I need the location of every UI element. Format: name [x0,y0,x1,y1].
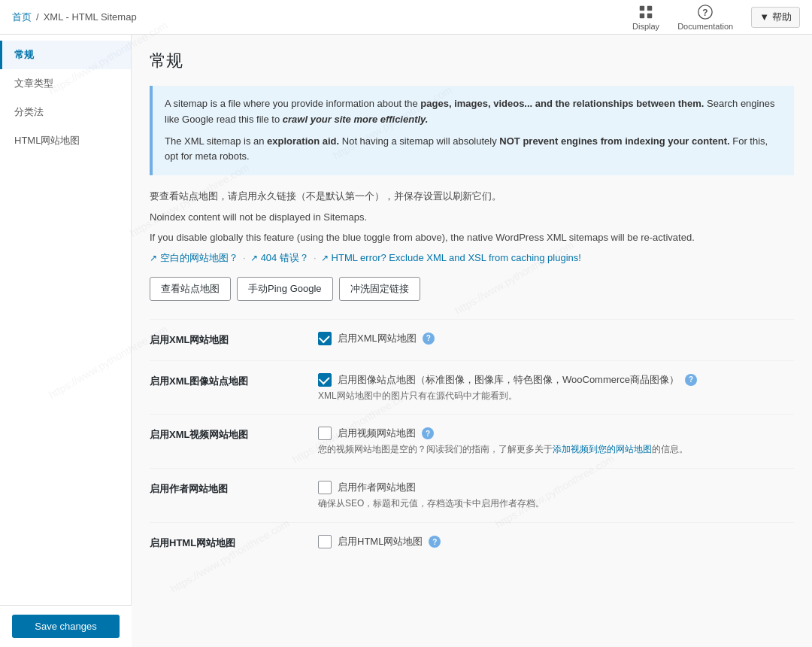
sidebar-item-taxonomy[interactable]: 分类法 [0,98,131,126]
check-row-enable-xml: 启用XML网站地图 ? [318,332,794,345]
check-row-enable-html: 启用HTML网站地图 ? [318,535,794,548]
link-404-icon: ↗ [250,253,258,263]
flush-links-button[interactable]: 冲洗固定链接 [339,277,420,301]
main-content: 常规 A sitemap is a file where you provide… [132,35,812,647]
sidebar-item-html-sitemap[interactable]: HTML网站地图 [0,126,131,155]
setting-row-enable-html: 启用HTML网站地图 启用HTML网站地图 ? [150,522,794,563]
checkbox-enable-html[interactable] [318,535,332,548]
setting-control-enable-video: 启用视频网站地图 ? 您的视频网站地图是空的？阅读我们的指南，了解更多关于添加视… [318,427,794,456]
breadcrumb-sep: / [36,11,39,23]
top-bar: 首页 / XML - HTML Sitemap Display ? Docume… [0,0,812,35]
sub-text-enable-video: 您的视频网站地图是空的？阅读我们的指南，了解更多关于添加视频到您的网站地图的信息… [318,443,794,456]
display-icon [638,4,654,20]
help-icon-enable-image[interactable]: ? [685,374,697,386]
help-icon-enable-html[interactable]: ? [429,536,441,548]
help-icon-enable-xml[interactable]: ? [423,333,435,345]
help-icon: ▼ [759,11,769,23]
help-button[interactable]: ▼ 帮助 [751,7,800,28]
sub-text-enable-author: 确保从SEO，标题和元值，存档选项卡中启用作者存档。 [318,497,794,510]
check-row-enable-video: 启用视频网站地图 ? [318,427,794,440]
display-button[interactable]: Display [632,4,659,31]
breadcrumb: 首页 / XML - HTML Sitemap [12,11,137,24]
sub-text-enable-image: XML网站地图中的图片只有在源代码中才能看到。 [318,390,794,402]
desc-permalinks: 要查看站点地图，请启用永久链接（不是默认第一个），并保存设置以刷新它们。 [150,189,794,204]
save-changes-button[interactable]: Save changes [12,615,120,638]
layout: 常规 文章类型 分类法 HTML网站地图 Save changes 常规 A s… [0,35,812,647]
setting-row-enable-xml: 启用XML网站地图 启用XML网站地图 ? [150,319,794,360]
links-row: ↗ 空白的网站地图？ · ↗ 404 错误？ · ↗ HTML error? E… [150,251,794,265]
checkbox-enable-video[interactable] [318,427,332,440]
sidebar: 常规 文章类型 分类法 HTML网站地图 Save changes [0,35,132,647]
link-404[interactable]: 404 错误？ [261,251,309,265]
link-html-error[interactable]: HTML error? Exclude XML and XSL from cac… [332,252,581,263]
link-add-video[interactable]: 添加视频到您的网站地图 [553,444,652,454]
svg-rect-0 [640,5,644,10]
documentation-icon: ? [697,4,714,20]
save-bar: Save changes [0,605,132,647]
page-title: 常规 [150,50,794,72]
svg-text:?: ? [702,7,707,17]
setting-row-enable-author: 启用作者网站地图 启用作者网站地图 确保从SEO，标题和元值，存档选项卡中启用作… [150,468,794,522]
info-para1: A sitemap is a file where you provide in… [165,96,782,128]
svg-rect-1 [647,5,652,10]
link-blank-icon: ↗ [150,253,157,263]
documentation-button[interactable]: ? Documentation [677,4,733,31]
documentation-label: Documentation [677,22,733,31]
help-label: 帮助 [772,11,792,24]
link-html-error-icon: ↗ [321,253,329,263]
sidebar-item-general[interactable]: 常规 [0,41,131,69]
ping-google-button[interactable]: 手动Ping Google [237,277,333,301]
setting-label-enable-xml: 启用XML网站地图 [150,332,300,347]
checkbox-enable-image[interactable] [318,373,332,387]
desc-disable: If you disable globally this feature (us… [150,230,794,245]
settings-section: 启用XML网站地图 启用XML网站地图 ? 启用XML图像站点地图 启用图像站点… [150,319,794,563]
svg-rect-2 [640,13,644,17]
setting-control-enable-html: 启用HTML网站地图 ? [318,535,794,551]
help-icon-enable-video[interactable]: ? [422,427,434,439]
sidebar-item-post-types[interactable]: 文章类型 [0,69,131,98]
link-blank-sitemap[interactable]: 空白的网站地图？ [160,251,238,265]
setting-control-enable-image: 启用图像站点地图（标准图像，图像库，特色图像，WooCommerce商品图像） … [318,373,794,402]
check-label-enable-image: 启用图像站点地图（标准图像，图像库，特色图像，WooCommerce商品图像） [338,373,679,387]
top-right-actions: Display ? Documentation ▼ 帮助 [632,4,800,31]
view-sitemap-button[interactable]: 查看站点地图 [150,277,231,301]
checkbox-enable-author[interactable] [318,481,332,494]
info-box: A sitemap is a file where you provide in… [150,86,794,175]
setting-control-enable-xml: 启用XML网站地图 ? [318,332,794,348]
setting-label-enable-html: 启用HTML网站地图 [150,535,300,550]
display-label: Display [632,22,659,31]
check-label-enable-video: 启用视频网站地图 [338,427,416,440]
check-label-enable-xml: 启用XML网站地图 [338,332,417,345]
check-label-enable-html: 启用HTML网站地图 [338,535,423,548]
setting-label-enable-video: 启用XML视频网站地图 [150,427,300,442]
setting-row-enable-image: 启用XML图像站点地图 启用图像站点地图（标准图像，图像库，特色图像，WooCo… [150,360,794,415]
check-row-enable-author: 启用作者网站地图 [318,481,794,494]
setting-label-enable-author: 启用作者网站地图 [150,481,300,496]
setting-row-enable-video: 启用XML视频网站地图 启用视频网站地图 ? 您的视频网站地图是空的？阅读我们的… [150,414,794,468]
breadcrumb-page: XML - HTML Sitemap [44,11,137,23]
svg-rect-3 [647,13,652,17]
breadcrumb-home[interactable]: 首页 [12,11,32,24]
info-para2: The XML sitemap is an exploration aid. N… [165,134,782,166]
check-label-enable-author: 启用作者网站地图 [338,481,416,494]
check-row-enable-image: 启用图像站点地图（标准图像，图像库，特色图像，WooCommerce商品图像） … [318,373,794,387]
setting-control-enable-author: 启用作者网站地图 确保从SEO，标题和元值，存档选项卡中启用作者存档。 [318,481,794,510]
setting-label-enable-image: 启用XML图像站点地图 [150,373,300,388]
action-buttons: 查看站点地图 手动Ping Google 冲洗固定链接 [150,277,794,301]
checkbox-enable-xml[interactable] [318,332,332,345]
desc-noindex: Noindex content will not be displayed in… [150,210,794,225]
